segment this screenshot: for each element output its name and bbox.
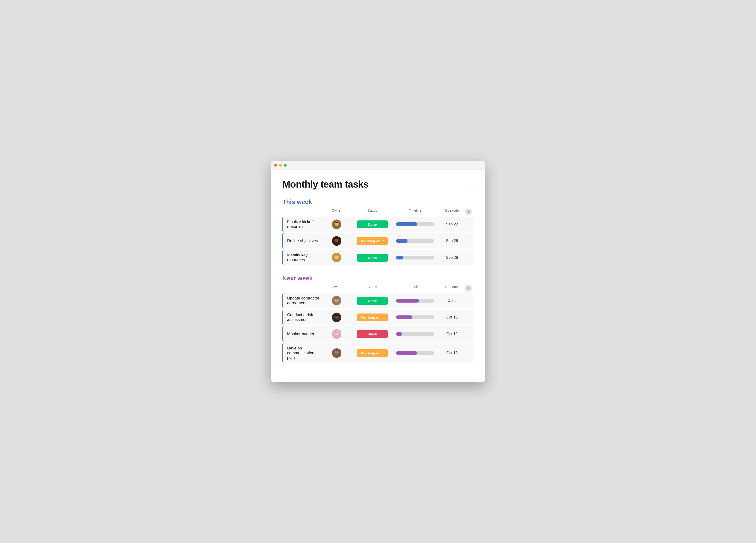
section-title-this-week: This week [282, 198, 474, 206]
status-badge[interactable]: Working on it [357, 349, 388, 357]
timeline-bar [396, 316, 434, 319]
task-name: Finalize kickoff materials [283, 219, 320, 229]
timeline-fill [396, 351, 417, 355]
avatar [332, 329, 341, 339]
timeline-bar [396, 222, 434, 226]
task-due-date: Sep 28 [439, 255, 465, 260]
table-row[interactable]: Update contractor agreement Done [282, 293, 474, 308]
timeline-bar [396, 332, 434, 336]
col-duedate-label: Due date [439, 208, 465, 215]
task-name: Identify key resources [283, 253, 320, 262]
status-badge[interactable]: Working on it [357, 314, 388, 322]
col-status-label: Status [353, 208, 391, 215]
timeline-bar [396, 351, 434, 355]
avatar [332, 313, 341, 322]
col-owner-label: Owner [320, 285, 353, 292]
task-status[interactable]: Working on it [353, 314, 391, 322]
timeline-fill [396, 256, 403, 259]
timeline-bar [396, 299, 434, 303]
col-owner-label: Owner [320, 208, 353, 215]
task-owner [320, 236, 353, 246]
col-task-label [286, 208, 320, 215]
task-name: Develop communication plan [283, 346, 320, 360]
timeline-bar [396, 239, 434, 243]
titlebar [271, 161, 485, 169]
table-row[interactable]: Develop communication plan Working on it [282, 343, 474, 363]
timeline-fill [396, 299, 419, 303]
task-timeline [391, 316, 439, 319]
task-due-date: Sep 26 [439, 239, 465, 243]
section-title-next-week: Next week [282, 275, 474, 282]
task-due-date: Oct 6 [439, 299, 465, 303]
svg-point-18 [334, 331, 339, 336]
task-owner [320, 313, 353, 322]
task-timeline [391, 299, 439, 303]
status-badge[interactable]: Done [357, 220, 388, 228]
task-status[interactable]: Stuck [353, 330, 391, 338]
task-due-date: Oct 18 [439, 351, 465, 355]
task-name: Refine objectives [283, 238, 320, 243]
section-header-this-week: This week [282, 198, 474, 206]
add-column-button[interactable]: + [465, 208, 472, 215]
main-content: Monthly team tasks ··· This week Owner S… [271, 169, 485, 382]
task-due-date: Oct 10 [439, 315, 465, 320]
task-owner [320, 329, 353, 339]
section-header-next-week: Next week [282, 275, 474, 282]
col-task-label [286, 285, 320, 292]
status-badge[interactable]: Working on it [357, 237, 388, 245]
avatar [332, 253, 341, 262]
status-badge[interactable]: Stuck [357, 330, 388, 338]
task-due-date: Sep 22 [439, 222, 465, 226]
app-window: Monthly team tasks ··· This week Owner S… [271, 161, 485, 382]
add-col-header: + [465, 285, 474, 292]
task-owner [320, 348, 353, 358]
task-timeline [391, 222, 439, 226]
task-due-date: Oct 12 [439, 332, 465, 336]
task-name: Update contractor agreement [283, 296, 320, 306]
avatar [332, 236, 341, 246]
table-row[interactable]: Refine objectives Working on it [282, 233, 474, 248]
add-column-button[interactable]: + [465, 285, 472, 292]
col-headers-this-week: Owner Status Timeline Due date + [282, 208, 474, 216]
table-row[interactable]: Conduct a risk assessment Working on it [282, 310, 474, 325]
timeline-bar [396, 256, 434, 259]
timeline-fill [396, 332, 402, 336]
col-timeline-label: Timeline [391, 285, 439, 292]
task-owner [320, 253, 353, 262]
table-row[interactable]: Identify key resources Done [282, 250, 474, 265]
col-headers-next-week: Owner Status Timeline Due date + [282, 285, 474, 293]
timeline-fill [396, 239, 407, 243]
avatar [332, 296, 341, 306]
timeline-fill [396, 316, 412, 319]
table-row[interactable]: Finalize kickoff materials Done [282, 216, 474, 232]
page-title: Monthly team tasks [282, 179, 368, 190]
page-header: Monthly team tasks ··· [282, 179, 474, 190]
task-status[interactable]: Working on it [353, 349, 391, 357]
task-status[interactable]: Done [353, 220, 391, 228]
task-timeline [391, 256, 439, 259]
task-status[interactable]: Working on it [353, 237, 391, 245]
maximize-button[interactable] [284, 164, 287, 167]
task-owner [320, 296, 353, 306]
col-status-label: Status [353, 285, 391, 292]
section-next-week: Next week Owner Status Timeline Due date… [282, 275, 474, 363]
minimize-button[interactable] [279, 164, 282, 167]
status-badge[interactable]: Done [357, 297, 388, 305]
avatar [332, 348, 341, 358]
avatar [332, 219, 341, 229]
status-badge[interactable]: Done [357, 254, 388, 261]
close-button[interactable] [274, 164, 277, 167]
task-status[interactable]: Done [353, 297, 391, 305]
task-status[interactable]: Done [353, 254, 391, 261]
sections-container: This week Owner Status Timeline Due date… [282, 198, 474, 363]
task-timeline [391, 239, 439, 243]
task-name: Conduct a risk assessment [283, 313, 320, 322]
task-name: Monitor budget [283, 332, 320, 336]
col-duedate-label: Due date [439, 285, 465, 292]
more-options-button[interactable]: ··· [467, 181, 474, 188]
col-timeline-label: Timeline [391, 208, 439, 215]
table-row[interactable]: Monitor budget Stuck Oct [282, 327, 474, 342]
section-this-week: This week Owner Status Timeline Due date… [282, 198, 474, 265]
timeline-fill [396, 222, 417, 226]
task-owner [320, 219, 353, 229]
